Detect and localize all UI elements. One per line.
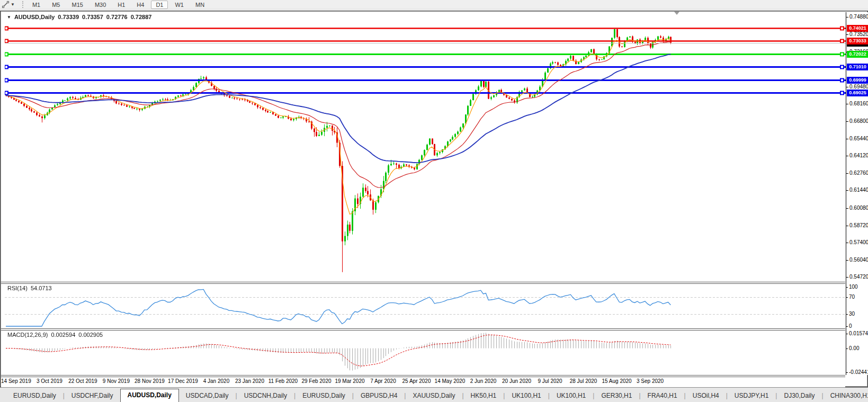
date-axis-label: 3 Oct 2019 bbox=[37, 378, 62, 384]
macd-indicator-label: MACD(12,26,9) 0.002594 0.002905 bbox=[7, 332, 103, 338]
date-axis-label: 17 Dec 2019 bbox=[168, 378, 198, 384]
price-axis-tick: 0.74880 bbox=[849, 14, 868, 20]
date-axis-label: 19 Mar 2020 bbox=[335, 378, 364, 384]
chart-tab-bar: EURUSD,Daily|USDCHF,DailyAUDUSD,DailyUSD… bbox=[0, 387, 868, 402]
macd-axis-label: -0.024412 bbox=[849, 369, 868, 375]
date-axis-label: 22 Oct 2019 bbox=[68, 378, 97, 384]
rsi-axis-label: 70 bbox=[849, 294, 855, 300]
rsi-axis-label: 100 bbox=[849, 284, 858, 290]
macd-chart-canvas[interactable] bbox=[5, 330, 846, 375]
date-axis-label: 25 Apr 2020 bbox=[402, 378, 431, 384]
date-axis-label: 14 May 2020 bbox=[435, 378, 466, 384]
price-axis-tick: 0.58720 bbox=[849, 222, 868, 228]
pane-splitter-macd[interactable] bbox=[1, 328, 845, 330]
hline-price-tag: 0.73033 bbox=[847, 38, 868, 44]
chart-symbol-period: AUDUSD,Daily bbox=[14, 14, 55, 20]
timeframe-button-M15[interactable]: M15 bbox=[67, 1, 87, 9]
chart-tab-fra40-h1[interactable]: FRA40,H1 bbox=[641, 390, 684, 402]
price-axis-tick: 0.66800 bbox=[849, 118, 868, 124]
ohlc-low: 0.72776 bbox=[106, 14, 128, 20]
pane-splitter-rsi[interactable] bbox=[1, 282, 845, 284]
chart-tab-uk100-h1[interactable]: UK100,H1 bbox=[505, 390, 548, 402]
date-axis-label: 3 Sep 2020 bbox=[637, 378, 664, 384]
date-axis-label: 15 Aug 2020 bbox=[602, 378, 631, 384]
chart-tab-china300-h1[interactable]: CHINA300,H1 bbox=[824, 390, 868, 402]
chart-tab-usdchf-daily[interactable]: USDCHF,Daily bbox=[65, 390, 120, 402]
price-axis-tick: 0.57400 bbox=[849, 239, 868, 245]
chart-tab-audusd-daily[interactable]: AUDUSD,Daily bbox=[120, 389, 179, 402]
date-axis-label: 23 Jan 2020 bbox=[235, 378, 264, 384]
timeframe-button-M5[interactable]: M5 bbox=[47, 1, 65, 9]
date-axis-label: 9 Nov 2019 bbox=[103, 378, 130, 384]
chart-window: ▼ AUDUSD,Daily 0.73339 0.73357 0.72776 0… bbox=[0, 11, 868, 387]
ohlc-high: 0.73357 bbox=[82, 14, 103, 20]
macd-value-signal: 0.002905 bbox=[78, 332, 103, 338]
date-axis-label: 2 Jun 2020 bbox=[470, 378, 497, 384]
macd-value-main: 0.002594 bbox=[51, 332, 75, 338]
chart-tab-usdjpy-h1[interactable]: USDJPY,H1 bbox=[728, 390, 775, 402]
timeframe-button-MN[interactable]: MN bbox=[191, 1, 209, 9]
chart-tab-usoil-h4[interactable]: USOil,H4 bbox=[686, 390, 726, 402]
pane-splitter-bottom bbox=[1, 375, 845, 377]
price-axis-tick: 0.65440 bbox=[849, 136, 868, 141]
rsi-name: RSI(14) bbox=[7, 285, 28, 291]
chart-tab-eurusd-daily[interactable]: EURUSD,Daily bbox=[6, 390, 63, 402]
price-axis-tick: 0.61440 bbox=[849, 187, 868, 193]
line-studies-button[interactable]: ▼ bbox=[0, 1, 17, 9]
date-axis-label: 4 Jan 2020 bbox=[203, 378, 230, 384]
date-axis-label: 29 Feb 2020 bbox=[301, 378, 331, 384]
chart-tab-uk100-h1[interactable]: UK100,H1 bbox=[550, 390, 593, 402]
timeframe-button-H4[interactable]: H4 bbox=[132, 1, 149, 9]
chart-tab-xauusd-daily[interactable]: XAUUSD,Daily bbox=[406, 390, 462, 402]
date-axis-label: 20 Jun 2020 bbox=[502, 378, 531, 384]
price-axis-tick: 0.56040 bbox=[849, 257, 868, 263]
rsi-chart-canvas[interactable] bbox=[5, 284, 846, 328]
chart-tab-ger30-h1[interactable]: GER30,H1 bbox=[594, 390, 639, 402]
price-axis-tick: 0.64120 bbox=[849, 153, 868, 158]
price-axis[interactable]: 0.748800.735200.721600.708400.694800.681… bbox=[846, 12, 868, 375]
hline-price-tag: 0.71010 bbox=[847, 64, 868, 70]
timeframe-button-H1[interactable]: H1 bbox=[113, 1, 130, 9]
chart-tab-usdcnh-daily[interactable]: USDCNH,Daily bbox=[237, 390, 294, 402]
price-axis-tick: 0.73520 bbox=[849, 31, 868, 37]
chart-tab-eurusd-daily[interactable]: EURUSD,Daily bbox=[296, 390, 352, 402]
hline-price-tag: 0.74021 bbox=[847, 25, 868, 32]
chart-tab-usdcad-daily[interactable]: USDCAD,Daily bbox=[179, 390, 236, 402]
top-toolbar: ▼ M1M5M15M30H1H4D1W1MN bbox=[0, 0, 868, 10]
chart-tab-gbpusd-h4[interactable]: GBPUSD,H4 bbox=[354, 390, 404, 402]
ohlc-close: 0.72887 bbox=[131, 14, 152, 20]
date-axis-label: 28 Nov 2019 bbox=[135, 378, 165, 384]
date-axis-label: 28 Jul 2020 bbox=[570, 378, 597, 384]
toolbar-grip bbox=[22, 1, 23, 8]
hline-price-tag: 0.69025 bbox=[847, 90, 868, 96]
timeframe-button-M30[interactable]: M30 bbox=[90, 1, 111, 9]
chart-shift-marker[interactable] bbox=[674, 12, 679, 15]
date-axis-label: 7 Apr 2020 bbox=[370, 378, 396, 384]
rsi-axis-label: 30 bbox=[849, 311, 855, 317]
hline-price-tag: 0.72022 bbox=[847, 51, 868, 58]
date-axis-label: 11 Feb 2020 bbox=[269, 378, 298, 384]
timeframe-button-W1[interactable]: W1 bbox=[170, 1, 189, 9]
macd-axis-label: 0.00 bbox=[849, 345, 859, 351]
chart-tab-dj30-daily[interactable]: DJ30,Daily bbox=[777, 390, 821, 402]
price-axis-tick: 0.69480 bbox=[849, 84, 868, 90]
chart-tab-hk50-h1[interactable]: HK50,H1 bbox=[464, 390, 504, 402]
price-axis-tick: 0.54720 bbox=[849, 274, 868, 280]
price-axis-tick: 0.60080 bbox=[849, 205, 868, 211]
ohlc-open: 0.73339 bbox=[58, 14, 79, 20]
macd-name: MACD(12,26,9) bbox=[7, 332, 48, 338]
price-chart-canvas[interactable] bbox=[5, 12, 846, 282]
price-axis-tick: 0.62760 bbox=[849, 170, 868, 176]
rsi-axis-label: 0 bbox=[849, 323, 852, 329]
timeframe-button-D1[interactable]: D1 bbox=[151, 1, 168, 9]
macd-axis-label: 0.015741 bbox=[849, 330, 868, 336]
time-axis[interactable]: 14 Sep 20193 Oct 201922 Oct 20199 Nov 20… bbox=[1, 376, 845, 387]
rsi-value: 54.0713 bbox=[31, 285, 52, 291]
timeframe-button-M1[interactable]: M1 bbox=[28, 1, 45, 9]
date-axis-label: 14 Sep 2019 bbox=[1, 378, 31, 384]
price-axis-tick: 0.68160 bbox=[849, 101, 868, 106]
line-studies-icon bbox=[2, 1, 9, 8]
rsi-indicator-label: RSI(14) 54.0713 bbox=[7, 285, 52, 291]
chart-menu-icon[interactable]: ▼ bbox=[7, 15, 11, 20]
hline-price-tag: 0.69999 bbox=[847, 77, 868, 84]
